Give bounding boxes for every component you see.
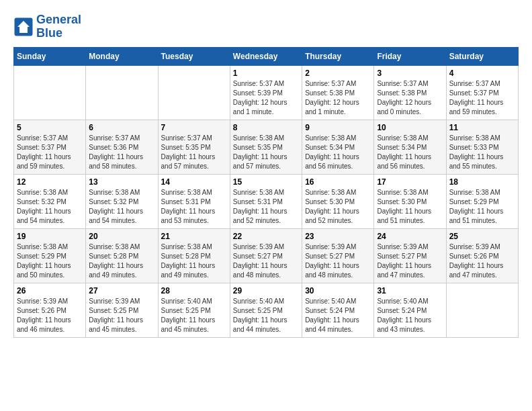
day-info: Sunrise: 5:37 AMSunset: 5:37 PMDaylight:… — [17, 134, 83, 171]
day-info: Sunrise: 5:38 AMSunset: 5:29 PMDaylight:… — [17, 242, 83, 280]
day-info: Sunrise: 5:40 AMSunset: 5:25 PMDaylight:… — [161, 297, 227, 334]
day-info: Sunrise: 5:40 AMSunset: 5:24 PMDaylight:… — [305, 297, 371, 334]
day-number: 20 — [89, 232, 154, 241]
calendar-cell: 2Sunrise: 5:37 AMSunset: 5:38 PMDaylight… — [302, 65, 374, 120]
calendar-week-row: 1Sunrise: 5:37 AMSunset: 5:39 PMDaylight… — [14, 65, 519, 120]
column-header-sunday: Sunday — [14, 47, 86, 65]
calendar-cell: 21Sunrise: 5:38 AMSunset: 5:28 PMDayligh… — [158, 228, 230, 283]
day-number: 12 — [17, 177, 83, 187]
calendar-cell: 9Sunrise: 5:38 AMSunset: 5:34 PMDaylight… — [302, 120, 374, 174]
day-info: Sunrise: 5:39 AMSunset: 5:27 PMDaylight:… — [377, 242, 443, 280]
day-number: 7 — [161, 123, 227, 132]
day-number: 6 — [89, 123, 154, 132]
day-number: 8 — [233, 123, 299, 132]
day-info: Sunrise: 5:38 AMSunset: 5:28 PMDaylight:… — [89, 242, 154, 280]
calendar-cell: 4Sunrise: 5:37 AMSunset: 5:37 PMDaylight… — [446, 65, 518, 120]
day-info: Sunrise: 5:40 AMSunset: 5:24 PMDaylight:… — [377, 297, 443, 334]
calendar-cell: 12Sunrise: 5:38 AMSunset: 5:32 PMDayligh… — [14, 174, 86, 228]
column-header-friday: Friday — [374, 47, 446, 65]
day-info: Sunrise: 5:38 AMSunset: 5:34 PMDaylight:… — [377, 134, 443, 171]
calendar-cell: 25Sunrise: 5:39 AMSunset: 5:26 PMDayligh… — [446, 228, 518, 283]
day-number: 17 — [377, 177, 443, 187]
page-header: GeneralBlue — [13, 13, 519, 40]
day-info: Sunrise: 5:37 AMSunset: 5:37 PMDaylight:… — [449, 79, 515, 117]
day-info: Sunrise: 5:40 AMSunset: 5:25 PMDaylight:… — [233, 297, 299, 334]
logo-text: GeneralBlue — [36, 13, 81, 40]
day-number: 23 — [305, 232, 371, 241]
column-header-thursday: Thursday — [302, 47, 374, 65]
day-number: 21 — [161, 232, 227, 241]
calendar-header-row: SundayMondayTuesdayWednesdayThursdayFrid… — [14, 47, 519, 65]
day-number: 2 — [305, 68, 371, 78]
day-number: 16 — [305, 177, 371, 187]
calendar-cell: 27Sunrise: 5:39 AMSunset: 5:25 PMDayligh… — [86, 283, 158, 337]
day-number: 30 — [305, 286, 371, 295]
calendar-cell — [14, 65, 86, 120]
day-info: Sunrise: 5:38 AMSunset: 5:29 PMDaylight:… — [449, 188, 515, 226]
calendar-cell: 6Sunrise: 5:37 AMSunset: 5:36 PMDaylight… — [86, 120, 158, 174]
day-number: 26 — [17, 286, 83, 295]
column-header-tuesday: Tuesday — [158, 47, 230, 65]
calendar-cell: 28Sunrise: 5:40 AMSunset: 5:25 PMDayligh… — [158, 283, 230, 337]
calendar-cell: 18Sunrise: 5:38 AMSunset: 5:29 PMDayligh… — [446, 174, 518, 228]
day-number: 28 — [161, 286, 227, 295]
day-info: Sunrise: 5:38 AMSunset: 5:32 PMDaylight:… — [17, 188, 83, 226]
day-info: Sunrise: 5:38 AMSunset: 5:31 PMDaylight:… — [161, 188, 227, 226]
calendar-cell: 20Sunrise: 5:38 AMSunset: 5:28 PMDayligh… — [86, 228, 158, 283]
day-number: 31 — [377, 286, 443, 295]
calendar-cell: 8Sunrise: 5:38 AMSunset: 5:35 PMDaylight… — [230, 120, 302, 174]
column-header-monday: Monday — [86, 47, 158, 65]
calendar-week-row: 12Sunrise: 5:38 AMSunset: 5:32 PMDayligh… — [14, 174, 519, 228]
calendar-week-row: 5Sunrise: 5:37 AMSunset: 5:37 PMDaylight… — [14, 120, 519, 174]
calendar-cell: 3Sunrise: 5:37 AMSunset: 5:38 PMDaylight… — [374, 65, 446, 120]
day-number: 13 — [89, 177, 154, 187]
day-info: Sunrise: 5:38 AMSunset: 5:33 PMDaylight:… — [449, 134, 515, 171]
day-number: 18 — [449, 177, 515, 187]
calendar-cell: 24Sunrise: 5:39 AMSunset: 5:27 PMDayligh… — [374, 228, 446, 283]
calendar-cell — [446, 283, 518, 337]
day-number: 10 — [377, 123, 443, 132]
day-number: 19 — [17, 232, 83, 241]
day-info: Sunrise: 5:38 AMSunset: 5:34 PMDaylight:… — [305, 134, 371, 171]
calendar-cell: 1Sunrise: 5:37 AMSunset: 5:39 PMDaylight… — [230, 65, 302, 120]
day-number: 5 — [17, 123, 83, 132]
day-number: 25 — [449, 232, 515, 241]
calendar-cell: 16Sunrise: 5:38 AMSunset: 5:30 PMDayligh… — [302, 174, 374, 228]
day-number: 11 — [449, 123, 515, 132]
day-info: Sunrise: 5:39 AMSunset: 5:26 PMDaylight:… — [17, 297, 83, 334]
calendar-week-row: 26Sunrise: 5:39 AMSunset: 5:26 PMDayligh… — [14, 283, 519, 337]
day-number: 1 — [233, 68, 299, 78]
day-info: Sunrise: 5:39 AMSunset: 5:27 PMDaylight:… — [233, 242, 299, 280]
day-number: 24 — [377, 232, 443, 241]
day-number: 14 — [161, 177, 227, 187]
calendar-cell: 19Sunrise: 5:38 AMSunset: 5:29 PMDayligh… — [14, 228, 86, 283]
day-number: 27 — [89, 286, 154, 295]
day-info: Sunrise: 5:37 AMSunset: 5:39 PMDaylight:… — [233, 79, 299, 117]
day-info: Sunrise: 5:37 AMSunset: 5:38 PMDaylight:… — [377, 79, 443, 117]
calendar-cell: 22Sunrise: 5:39 AMSunset: 5:27 PMDayligh… — [230, 228, 302, 283]
day-info: Sunrise: 5:38 AMSunset: 5:30 PMDaylight:… — [305, 188, 371, 226]
day-info: Sunrise: 5:38 AMSunset: 5:28 PMDaylight:… — [161, 242, 227, 280]
calendar-cell: 13Sunrise: 5:38 AMSunset: 5:32 PMDayligh… — [86, 174, 158, 228]
day-info: Sunrise: 5:38 AMSunset: 5:35 PMDaylight:… — [233, 134, 299, 171]
calendar-cell: 29Sunrise: 5:40 AMSunset: 5:25 PMDayligh… — [230, 283, 302, 337]
day-info: Sunrise: 5:37 AMSunset: 5:35 PMDaylight:… — [161, 134, 227, 171]
day-number: 22 — [233, 232, 299, 241]
day-info: Sunrise: 5:39 AMSunset: 5:27 PMDaylight:… — [305, 242, 371, 280]
calendar-cell: 31Sunrise: 5:40 AMSunset: 5:24 PMDayligh… — [374, 283, 446, 337]
calendar-cell: 11Sunrise: 5:38 AMSunset: 5:33 PMDayligh… — [446, 120, 518, 174]
calendar-cell: 26Sunrise: 5:39 AMSunset: 5:26 PMDayligh… — [14, 283, 86, 337]
day-info: Sunrise: 5:39 AMSunset: 5:25 PMDaylight:… — [89, 297, 154, 334]
day-number: 9 — [305, 123, 371, 132]
calendar-cell: 10Sunrise: 5:38 AMSunset: 5:34 PMDayligh… — [374, 120, 446, 174]
day-info: Sunrise: 5:38 AMSunset: 5:30 PMDaylight:… — [377, 188, 443, 226]
calendar-cell: 30Sunrise: 5:40 AMSunset: 5:24 PMDayligh… — [302, 283, 374, 337]
calendar-cell: 5Sunrise: 5:37 AMSunset: 5:37 PMDaylight… — [14, 120, 86, 174]
logo-icon — [13, 17, 34, 37]
calendar-cell: 15Sunrise: 5:38 AMSunset: 5:31 PMDayligh… — [230, 174, 302, 228]
day-number: 15 — [233, 177, 299, 187]
day-info: Sunrise: 5:38 AMSunset: 5:32 PMDaylight:… — [89, 188, 154, 226]
day-info: Sunrise: 5:39 AMSunset: 5:26 PMDaylight:… — [449, 242, 515, 280]
column-header-wednesday: Wednesday — [230, 47, 302, 65]
calendar-cell — [86, 65, 158, 120]
